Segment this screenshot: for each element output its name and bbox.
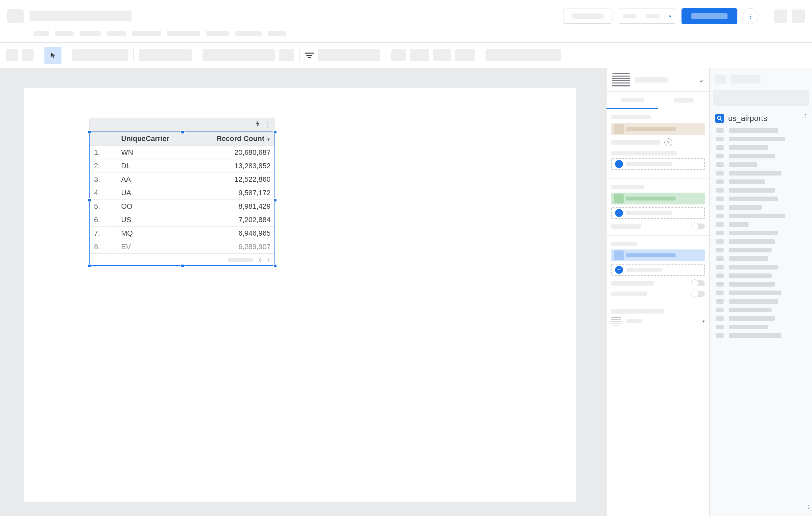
menu-item[interactable] (132, 31, 161, 36)
field-item[interactable] (710, 314, 812, 323)
menu-item[interactable] (268, 31, 286, 36)
menu-item[interactable] (206, 31, 229, 36)
report-page[interactable]: ⋮ UniqueCarrier Record Count▼ (24, 88, 576, 502)
table-row[interactable]: 1.WN20,680,687 (90, 146, 274, 159)
redo-button[interactable] (22, 49, 33, 61)
tab-setup[interactable] (607, 92, 658, 109)
blend-data-button[interactable]: + (611, 158, 705, 170)
field-item[interactable] (710, 212, 812, 220)
page-next-button[interactable]: › (267, 255, 270, 264)
resize-handle[interactable] (87, 198, 91, 202)
resize-handle[interactable] (180, 264, 184, 268)
panel-resize-icon[interactable]: ˄˅ (807, 506, 810, 511)
sort-desc-icon: ▼ (266, 137, 270, 142)
add-data-button[interactable] (139, 49, 192, 61)
undo-button[interactable] (6, 49, 18, 61)
menu-item[interactable] (33, 31, 49, 36)
theme-layout-button[interactable] (486, 49, 561, 61)
lightning-icon[interactable] (255, 120, 260, 128)
table-row[interactable]: 6.US7,202,884 (90, 213, 274, 227)
field-item[interactable] (710, 203, 812, 212)
menu-item[interactable] (80, 31, 100, 36)
chevron-down-icon[interactable]: ▾ (702, 319, 705, 324)
field-item[interactable] (710, 289, 812, 297)
expand-collapse-icon[interactable]: ˄˅ (804, 116, 807, 121)
field-item[interactable] (710, 152, 812, 160)
metric-chip[interactable] (611, 249, 705, 261)
kebab-icon[interactable]: ⋮ (264, 120, 271, 129)
menu-item[interactable] (107, 31, 126, 36)
table-chart[interactable]: ⋮ UniqueCarrier Record Count▼ (89, 118, 275, 266)
table-row[interactable]: 3.AA12,522,860 (90, 173, 274, 186)
resize-handle[interactable] (180, 130, 184, 134)
field-item[interactable] (710, 169, 812, 178)
header-icon-b[interactable] (792, 9, 805, 23)
text-button[interactable] (433, 49, 451, 61)
field-item[interactable] (710, 323, 812, 331)
table-row[interactable]: 8.EV6,289,907 (90, 240, 274, 254)
header-button-1[interactable] (563, 8, 612, 24)
header-split-button[interactable]: ▾ (618, 8, 676, 24)
canvas[interactable]: ⋮ UniqueCarrier Record Count▼ (0, 68, 606, 516)
field-search-input[interactable] (713, 90, 809, 106)
toggle[interactable] (692, 280, 705, 286)
add-dimension-button[interactable]: + (611, 207, 705, 219)
field-item[interactable] (710, 126, 812, 135)
menu-item[interactable] (235, 31, 262, 36)
field-item[interactable] (710, 271, 812, 280)
field-item[interactable] (710, 254, 812, 263)
field-item[interactable] (710, 331, 812, 340)
header-icon-a[interactable] (774, 9, 787, 23)
chart-type-selector[interactable]: ⌄ (607, 68, 709, 92)
field-item[interactable] (710, 229, 812, 237)
table-row[interactable]: 2.DL13,283,852 (90, 159, 274, 173)
field-item[interactable] (710, 194, 812, 203)
share-button[interactable] (682, 8, 737, 24)
resize-handle[interactable] (87, 130, 91, 134)
field-item[interactable] (710, 297, 812, 306)
field-item[interactable] (710, 178, 812, 186)
help-icon[interactable]: ? (664, 139, 672, 146)
report-title[interactable] (30, 10, 132, 21)
resize-handle[interactable] (273, 264, 277, 268)
datasource-chip[interactable] (611, 123, 705, 135)
table-row[interactable]: 5.OO8,981,429 (90, 200, 274, 213)
field-item[interactable] (710, 186, 812, 194)
table-row[interactable]: 4.UA9,587,172 (90, 186, 274, 200)
url-embed-button[interactable] (391, 49, 406, 61)
selection-tool[interactable] (45, 47, 61, 64)
resize-handle[interactable] (273, 130, 277, 134)
field-item[interactable] (710, 135, 812, 143)
field-item[interactable] (710, 306, 812, 314)
chevron-down-icon[interactable]: ▾ (664, 14, 676, 19)
col-metric[interactable]: Record Count▼ (192, 132, 274, 146)
dimension-chip[interactable] (611, 192, 705, 205)
field-item[interactable] (710, 280, 812, 289)
add-metric-button[interactable]: + (611, 264, 705, 276)
add-control-button[interactable] (318, 49, 380, 61)
page-prev-button[interactable]: ‹ (259, 255, 261, 264)
resize-handle[interactable] (87, 264, 91, 268)
field-item[interactable] (710, 143, 812, 152)
overflow-menu-icon[interactable]: ⋮ (743, 8, 758, 24)
image-button[interactable] (410, 49, 429, 61)
table-body[interactable]: UniqueCarrier Record Count▼ 1.WN20,680,6… (89, 131, 275, 266)
line-shape-button[interactable] (455, 49, 475, 61)
field-item[interactable] (710, 263, 812, 271)
product-logo[interactable] (7, 9, 24, 23)
resize-handle[interactable] (273, 198, 277, 202)
datasource-row[interactable]: us_airports ˄˅ (710, 111, 812, 126)
community-viz-button[interactable] (279, 49, 294, 61)
menu-item[interactable] (55, 31, 74, 36)
tab-style[interactable] (658, 92, 710, 109)
field-item[interactable] (710, 160, 812, 169)
table-row[interactable]: 7.MQ6,946,965 (90, 227, 274, 240)
field-item[interactable] (710, 246, 812, 254)
field-item[interactable] (710, 220, 812, 229)
field-item[interactable] (710, 237, 812, 246)
toggle[interactable] (692, 291, 705, 297)
add-chart-button[interactable] (203, 49, 275, 61)
toggle[interactable] (692, 223, 705, 230)
add-page-button[interactable] (72, 49, 128, 61)
menu-item[interactable] (167, 31, 200, 36)
